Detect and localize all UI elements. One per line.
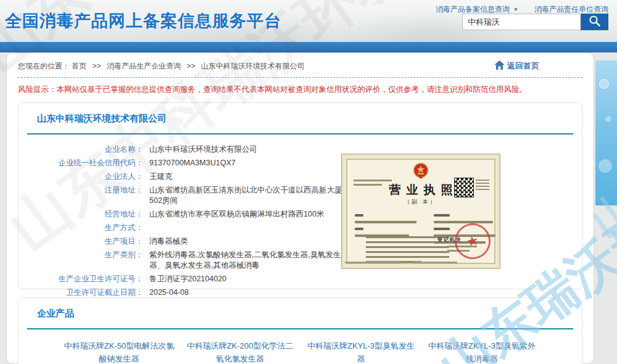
business-license-image: 营业执照 （副 本） [341,154,500,269]
product-link-zk200[interactable]: 中科瑞沃牌ZK-200型化学法二氧化氯发生器 [184,339,296,364]
product-link-zk50[interactable]: 中科瑞沃牌ZK-50型电解法次氯酸钠发生器 [63,339,175,364]
products-title: 企业产品 [37,308,582,320]
site-title: 全国消毒产品网上备案信息服务平台 [5,10,281,32]
qr-code [455,178,473,197]
product-link-zkyl3-ozone[interactable]: 中科瑞沃牌ZKYL-3型臭氧发生器 [305,339,417,364]
chevron-down-icon[interactable]: ▼ [513,7,518,12]
company-title: 山东中科瑞沃环境技术有限公司 [37,113,582,125]
field-row-license-expiry: 卫生许可证截止日期： 2025-04-08 [19,287,582,298]
license-fine-print [476,180,489,192]
page: 全国消毒产品网上备案信息服务平台 消毒产品备案信息查询 ▼ 消毒产品责任单位查询 [0,0,617,364]
product-links: 中科瑞沃牌ZK-50型电解法次氯酸钠发生器 中科瑞沃牌ZK-200型化学法二氧化… [63,339,582,364]
product-link-zkyl3-uv[interactable]: 中科瑞沃牌ZKYL-3型臭氧紫外线消毒器 [426,339,538,364]
header-accent-bar [0,42,617,52]
magnifier-icon [588,14,602,30]
breadcrumb-enterprise-query[interactable]: 消毒产品生产企业查询 [107,62,181,70]
field-row-hygiene-license-no: 生产企业卫生许可证号： 鲁卫消证字202104020 [19,274,582,284]
business-license-inner: 营业执照 （副 本） [346,159,495,264]
national-emblem-icon [413,162,429,182]
back-home-link[interactable]: 返回首页 [494,60,539,72]
license-subtitle: （副 本） [347,198,494,206]
site-header: 全国消毒产品网上备案信息服务平台 消毒产品备案信息查询 ▼ 消毒产品责任单位查询 [0,0,617,42]
breadcrumb-current: 山东中科瑞沃环境技术有限公司 [201,62,305,70]
license-fine-print [354,180,392,188]
risk-notice-label: 风险提示： [18,85,57,94]
search-input[interactable] [462,14,581,30]
risk-notice-text: 本网站仅基于已掌握的信息提供查询服务，查询结果不代表本网站对被查询对象信用状况的… [57,85,528,94]
products-card: 企业产品 中科瑞沃牌ZK-50型电解法次氯酸钠发生器 中科瑞沃牌ZK-200型化… [18,297,582,364]
home-icon [494,60,505,72]
back-home-label: 返回首页 [507,60,539,72]
license-footer-line [345,262,400,263]
section-divider [27,133,573,134]
breadcrumb-home[interactable]: 首页 [72,62,86,70]
section-divider [27,328,573,329]
company-info-card: 山东中科瑞沃环境技术有限公司 企业名称： 山东中科瑞沃环境技术有限公司 企业统一… [18,102,582,289]
breadcrumb-prefix: 您现在的位置： [18,62,70,70]
license-footer-line [414,262,457,263]
main-panel: 您现在的位置： 首页 >> 消毒产品生产企业查询 >> 山东中科瑞沃环境技术有限… [6,52,594,364]
chemistry-decoration [595,60,617,205]
risk-notice: 风险提示：本网站仅基于已掌握的信息提供查询服务，查询结果不代表本网站对被查询对象… [18,85,582,95]
breadcrumb-separator: >> [186,62,195,70]
breadcrumb-separator: >> [93,62,101,70]
breadcrumb: 您现在的位置： 首页 >> 消毒产品生产企业查询 >> 山东中科瑞沃环境技术有限… [18,61,305,72]
dashed-divider [18,77,582,78]
search-bar [462,14,608,30]
search-button[interactable] [581,14,608,30]
